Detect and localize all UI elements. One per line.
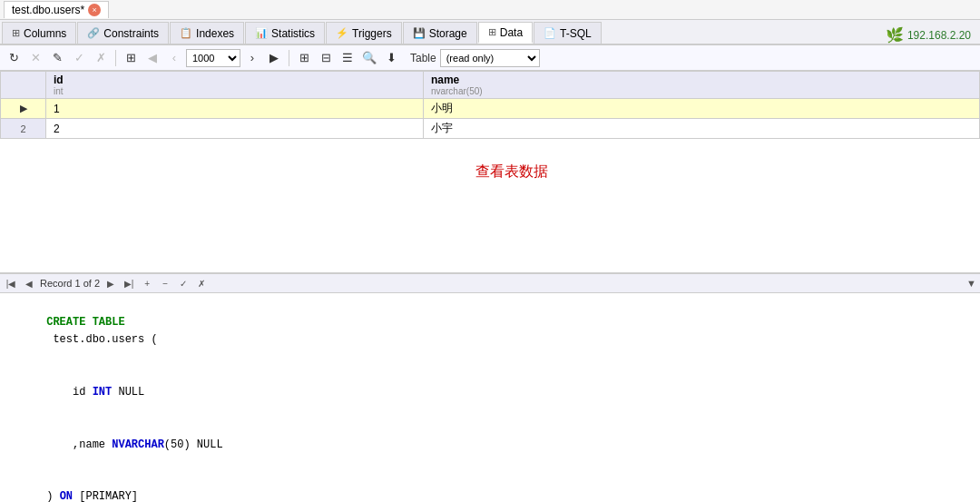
tab-tsql[interactable]: 📄 T-SQL [534,22,602,44]
cell-id-2[interactable]: 2 [46,119,424,139]
sql-name-col: ,name [46,438,112,451]
sql-table-name: test.dbo.users ( [46,333,157,346]
col-name-name: name [431,74,972,86]
table-row[interactable]: ▶ 1 小明 [1,99,980,119]
table-row[interactable]: 2 2 小宇 [1,119,980,139]
apply-button[interactable]: ✓ [69,48,89,68]
first-record-button[interactable]: |◀ [4,276,18,290]
tab-statistics-label: Statistics [271,27,315,40]
sql-panel: CREATE TABLE test.dbo.users ( id INT NUL… [0,293,980,502]
sep1 [115,50,116,66]
data-icon: ⊞ [488,26,496,38]
cell-name-1[interactable]: 小明 [423,99,979,119]
tab-columns-label: Columns [24,27,66,40]
ip-address: 192.168.2.20 [907,29,971,42]
prev-record-button[interactable]: ◀ [22,276,36,290]
sql-line-3: ,name NVARCHAR(50) NULL [7,418,973,471]
collapse-sql-button[interactable]: ▼ [966,278,976,289]
sql-int-type: INT [93,386,113,399]
col-name-type: nvarchar(50) [431,86,972,96]
tab-statistics[interactable]: 📊 Statistics [245,22,325,44]
tab-triggers-label: Triggers [352,27,392,40]
sql-on-keyword: ON [60,490,73,502]
tab-constraints-label: Constraints [103,27,159,40]
next-page-button[interactable]: ▶ [264,48,284,68]
title-bar: test.dbo.users* × [0,0,980,20]
sql-line-4: ) ON [PRIMARY] [7,471,973,502]
grid-view-button[interactable]: ⊞ [121,48,141,68]
readonly-select[interactable]: (read only) (editable) [440,49,540,67]
title-tab[interactable]: test.dbo.users* × [4,1,109,18]
storage-icon: 💾 [413,27,426,39]
row-indicator-1: ▶ [1,99,46,119]
row-indicator-2: 2 [1,119,46,139]
col-header-id[interactable]: id int [46,72,424,99]
tab-storage-label: Storage [429,27,467,40]
data-grid-area: id int name nvarchar(50) ▶ 1 小明 2 [0,71,980,273]
columns-icon: ⊞ [12,27,20,39]
sql-line-2: id INT NULL [7,367,973,419]
tab-bar: ⊞ Columns 🔗 Constraints 📋 Indexes 📊 Stat… [0,20,980,45]
main-area: id int name nvarchar(50) ▶ 1 小明 2 [0,71,980,502]
sql-line-1: CREATE TABLE test.dbo.users ( [7,297,973,367]
cell-name-2[interactable]: 小宇 [423,119,979,139]
tab-constraints[interactable]: 🔗 Constraints [77,22,169,44]
triggers-icon: ⚡ [336,27,348,39]
apply-record-button[interactable]: ✓ [176,276,191,290]
row-indicator-header [1,72,46,99]
close-button[interactable]: × [88,4,101,16]
tab-indexes-label: Indexes [196,27,234,40]
annotation-text: 查看表数据 [475,162,548,182]
status-bar: |◀ ◀ Record 1 of 2 ▶ ▶| + − ✓ ✗ ▼ [0,273,980,293]
data-table: id int name nvarchar(50) ▶ 1 小明 2 [0,71,980,139]
filter-button[interactable]: ⬇ [381,48,401,68]
prev-button[interactable]: ‹ [164,48,184,68]
sql-name-size: (50) NULL [164,438,223,451]
sql-primary-val: [PRIMARY] [73,490,138,502]
constraints-icon: 🔗 [87,27,100,39]
tab-data[interactable]: ⊞ Data [478,22,533,44]
col-id-name: id [54,74,416,86]
cell-id-1[interactable]: 1 [46,99,424,119]
ip-display: 🌿 192.168.2.20 [878,26,978,44]
cancel-button[interactable]: ✗ [91,48,111,68]
edit-button[interactable]: ✎ [47,48,67,68]
cancel-record-button[interactable]: ✗ [194,276,209,290]
col-header-name[interactable]: name nvarchar(50) [423,72,979,99]
sql-on-primary: ) [46,490,59,502]
sql-id-col: id [46,386,92,399]
form-button[interactable]: ☰ [338,48,358,68]
limit-select[interactable]: 1000 500 100 50 [186,49,240,67]
tab-indexes[interactable]: 📋 Indexes [170,22,244,44]
tab-data-label: Data [500,26,523,39]
sql-nvarchar-type: NVARCHAR [112,438,164,451]
sql-id-null: NULL [112,386,144,399]
toolbar: ↻ ✕ ✎ ✓ ✗ ⊞ ◀ ‹ 1000 500 100 50 › ▶ ⊞ ⊟ … [0,45,980,71]
refresh-button[interactable]: ↻ [4,48,24,68]
last-record-button[interactable]: ▶| [122,276,136,290]
table-label: Table [410,52,436,64]
statistics-icon: 📊 [255,27,268,39]
prev-page-button[interactable]: ◀ [142,48,162,68]
record-status: Record 1 of 2 [40,278,100,289]
grid-layout-button[interactable]: ⊞ [294,48,314,68]
tsql-icon: 📄 [544,27,556,39]
indexes-icon: 📋 [180,27,192,39]
tab-triggers[interactable]: ⚡ Triggers [326,22,402,44]
tab-storage[interactable]: 💾 Storage [403,22,477,44]
col-id-type: int [54,86,416,96]
sql-create-keyword: CREATE TABLE [46,316,124,329]
tab-columns[interactable]: ⊞ Columns [2,22,76,44]
add-record-button[interactable]: + [140,276,154,290]
title-tab-label: test.dbo.users* [12,4,84,16]
sep2 [289,50,289,66]
stop-button[interactable]: ✕ [25,48,45,68]
search-button[interactable]: 🔍 [359,48,379,68]
next-button[interactable]: › [242,48,262,68]
leaf-icon: 🌿 [886,26,904,44]
grid-layout2-button[interactable]: ⊟ [316,48,336,68]
delete-record-button[interactable]: − [158,276,172,290]
next-record-button[interactable]: ▶ [103,276,118,290]
tab-tsql-label: T-SQL [560,27,592,40]
